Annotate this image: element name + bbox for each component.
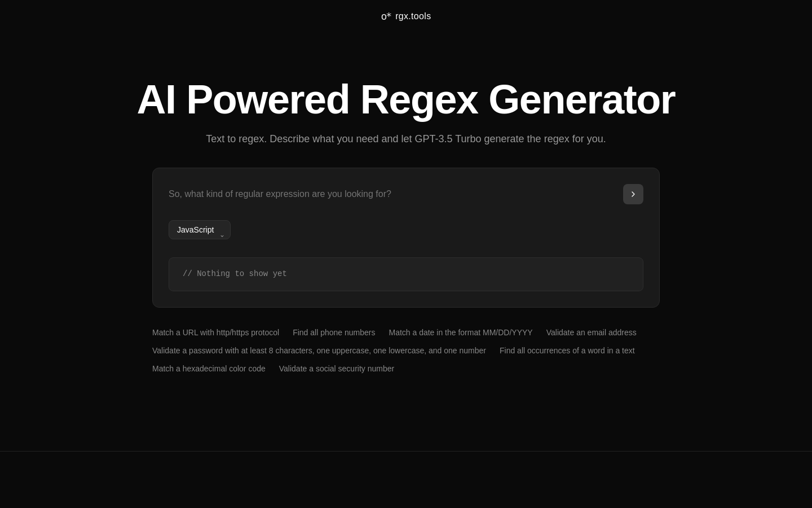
code-output: // Nothing to show yet (169, 257, 643, 291)
example-link-8[interactable]: Validate a social security number (279, 364, 394, 373)
example-link-7[interactable]: Match a hexadecimal color code (152, 364, 266, 373)
bottom-divider (0, 451, 812, 452)
hero-section: AI Powered Regex Generator Text to regex… (0, 32, 812, 168)
example-link-4[interactable]: Validate an email address (546, 328, 637, 337)
example-link-1[interactable]: Match a URL with http/https protocol (152, 328, 279, 337)
navbar: o* rgx.tools (0, 0, 812, 32)
language-select[interactable]: JavaScript Python PHP Ruby Go Java (169, 220, 231, 239)
examples-row-1: Match a URL with http/https protocol Fin… (152, 328, 660, 337)
logo-text: rgx.tools (395, 11, 431, 21)
example-link-2[interactable]: Find all phone numbers (293, 328, 375, 337)
main-card: JavaScript Python PHP Ruby Go Java // No… (152, 168, 660, 308)
example-link-5[interactable]: Validate a password with at least 8 char… (152, 346, 486, 355)
examples-row-3: Match a hexadecimal color code Validate … (152, 364, 660, 373)
example-link-3[interactable]: Match a date in the format MM/DD/YYYY (389, 328, 532, 337)
examples-row-2: Validate a password with at least 8 char… (152, 346, 660, 355)
submit-button[interactable] (623, 184, 643, 204)
examples-section: Match a URL with http/https protocol Fin… (152, 328, 660, 373)
chevron-right-icon (629, 190, 638, 199)
example-link-6[interactable]: Find all occurrences of a word in a text (500, 346, 635, 355)
code-placeholder: // Nothing to show yet (183, 269, 287, 278)
hero-subtitle: Text to regex. Describe what you need an… (206, 133, 606, 145)
search-row (169, 184, 643, 204)
page-title: AI Powered Regex Generator (137, 77, 676, 122)
language-select-wrapper: JavaScript Python PHP Ruby Go Java (169, 220, 231, 248)
logo-icon: o* (381, 10, 391, 22)
search-input[interactable] (169, 189, 616, 199)
